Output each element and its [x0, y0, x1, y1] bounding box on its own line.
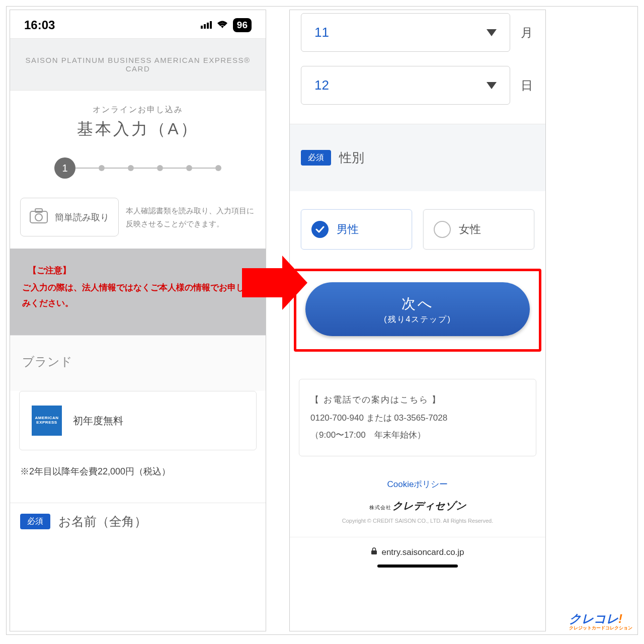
notice-title: 【ご注意】	[28, 265, 254, 276]
cookie-policy-link[interactable]: Cookieポリシー	[290, 466, 545, 497]
online-subtitle: オンラインお申し込み	[15, 105, 261, 115]
month-unit: 月	[519, 25, 534, 41]
svg-rect-3	[210, 21, 212, 29]
browser-url-bar[interactable]: entry.saisoncard.co.jp	[290, 537, 545, 561]
step-current: 1	[54, 157, 75, 179]
phone-info-line1: 0120-700-940 または 03-3565-7028	[310, 410, 525, 427]
phone-info-title: 【 お電話での案内はこちら 】	[310, 391, 525, 409]
svg-rect-2	[207, 23, 209, 29]
lock-icon	[371, 547, 377, 557]
online-title: 基本入力（A）	[15, 118, 261, 140]
step-dot	[128, 165, 134, 171]
day-value: 12	[314, 77, 329, 93]
battery-badge: 96	[233, 18, 252, 32]
name-field-header: 必須 お名前（全角）	[10, 503, 266, 536]
brand-fee-text: 初年度無料	[73, 414, 123, 428]
watermark-logo: クレコレ! クレジットカードコレクション	[569, 611, 632, 631]
gender-option-female[interactable]: 女性	[423, 209, 534, 250]
name-field-label: お名前（全角）	[58, 513, 147, 530]
chevron-down-icon	[487, 29, 497, 36]
brand-fee-note: ※2年目以降年会費22,000円（税込）	[10, 465, 266, 503]
required-badge: 必須	[301, 150, 331, 166]
gender-option-male[interactable]: 男性	[301, 209, 412, 250]
next-button-label: 次へ	[310, 294, 525, 313]
phone-right: 11 月 12 日 必須 性別 男性 女性	[289, 10, 546, 631]
svg-rect-0	[201, 26, 203, 29]
step-dot	[215, 165, 221, 171]
next-button[interactable]: 次へ (残り4ステップ)	[305, 282, 530, 336]
scan-button[interactable]: 簡単読み取り	[20, 198, 119, 236]
company-name: 株式会社クレディセゾン	[290, 497, 545, 515]
amex-logo-icon: AMERICANEXPRESS	[32, 406, 62, 436]
form-heading: オンラインお申し込み 基本入力（A）	[10, 91, 266, 149]
signal-icon	[201, 20, 212, 31]
wifi-icon	[217, 20, 228, 31]
notice-body: ご入力の際は、法人情報ではなくご本人様の情報でお申し込みください。	[22, 280, 254, 311]
gender-female-label: 女性	[459, 222, 481, 237]
phone-left: 16:03 96 SAISON PLATINUM BUSINESS AMERIC…	[10, 10, 266, 631]
svg-rect-7	[371, 550, 377, 554]
url-text: entry.saisoncard.co.jp	[381, 547, 464, 557]
card-title: SAISON PLATINUM BUSINESS AMERICAN EXPRES…	[10, 38, 266, 91]
day-select[interactable]: 12	[301, 66, 510, 105]
next-button-sublabel: (残り4ステップ)	[310, 314, 525, 325]
red-arrow-icon	[242, 255, 307, 310]
next-button-highlight: 次へ (残り4ステップ)	[294, 269, 541, 352]
status-time: 16:03	[24, 18, 55, 32]
required-badge: 必須	[20, 514, 50, 529]
status-bar: 16:03 96	[10, 10, 266, 38]
step-dot	[157, 165, 163, 171]
progress-stepper: 1	[10, 157, 266, 179]
step-dot	[99, 165, 105, 171]
scan-description: 本人確認書類を読み取り、入力項目に反映させることができます。	[126, 204, 256, 230]
phone-info-line2: （9:00〜17:00 年末年始休）	[310, 427, 525, 444]
brand-section-header: ブランド	[10, 335, 266, 391]
step-dot	[186, 165, 192, 171]
radio-empty-icon	[434, 221, 451, 238]
gender-field-label: 性別	[339, 149, 364, 166]
chevron-down-icon	[487, 82, 497, 89]
camera-icon	[30, 208, 48, 226]
gender-section-header: 必須 性別	[290, 124, 545, 191]
scan-button-label: 簡単読み取り	[55, 211, 109, 223]
svg-rect-1	[204, 24, 206, 29]
home-indicator[interactable]	[377, 565, 458, 568]
brand-option[interactable]: AMERICANEXPRESS 初年度無料	[19, 391, 257, 450]
checkmark-icon	[311, 221, 329, 238]
phone-contact-info: 【 お電話での案内はこちら 】 0120-700-940 または 03-3565…	[299, 379, 536, 456]
day-unit: 日	[519, 77, 534, 94]
month-value: 11	[314, 25, 329, 40]
copyright-text: Copyright © CREDIT SAISON CO., LTD. All …	[290, 515, 545, 537]
month-select[interactable]: 11	[301, 13, 510, 52]
gender-male-label: 男性	[337, 222, 359, 237]
notice-box: 【ご注意】 ご入力の際は、法人情報ではなくご本人様の情報でお申し込みください。	[10, 249, 266, 335]
svg-point-6	[35, 214, 42, 221]
